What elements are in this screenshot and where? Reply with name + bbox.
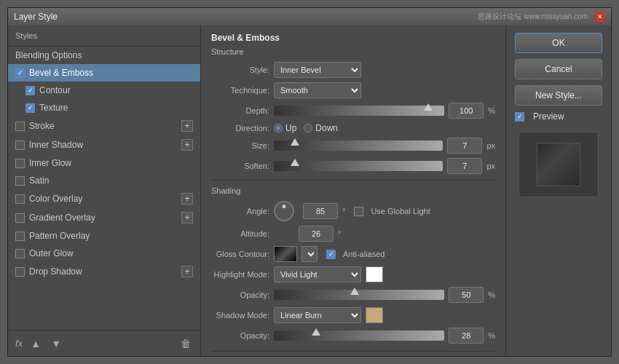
color-overlay-plus-btn[interactable]: + <box>181 193 193 205</box>
inner-shadow-checkbox[interactable] <box>15 141 25 150</box>
shadow-opacity-row: Opacity: % <box>211 328 495 344</box>
direction-down-radio[interactable]: Down <box>304 123 338 133</box>
soften-slider[interactable] <box>274 161 443 171</box>
shading-subtitle: Shading <box>211 186 495 195</box>
size-input[interactable] <box>447 138 482 154</box>
inner-glow-checkbox[interactable] <box>15 159 25 168</box>
move-down-button[interactable]: ▼ <box>49 336 63 351</box>
sidebar-item-outer-glow[interactable]: Outer Glow <box>8 245 200 262</box>
sidebar-item-blending-options[interactable]: Blending Options <box>8 47 200 64</box>
ok-button[interactable]: OK <box>515 33 602 53</box>
sidebar-item-texture[interactable]: Texture <box>8 99 200 116</box>
shadow-mode-select[interactable]: Linear Burn Normal Multiply Color Burn <box>274 307 361 323</box>
new-style-button[interactable]: New Style... <box>515 85 602 106</box>
gradient-overlay-plus-btn[interactable]: + <box>181 212 193 223</box>
close-button[interactable]: ✕ <box>595 12 605 22</box>
gradient-overlay-checkbox[interactable] <box>15 213 25 223</box>
satin-checkbox[interactable] <box>15 176 25 186</box>
altitude-input[interactable] <box>299 226 334 242</box>
use-global-light-checkbox[interactable] <box>354 207 363 216</box>
size-slider[interactable] <box>274 141 443 151</box>
direction-up-radio[interactable]: Up <box>274 123 296 133</box>
altitude-unit: ° <box>338 229 341 238</box>
style-select[interactable]: Inner Bevel Outer Bevel Emboss Pillow Em… <box>274 62 361 78</box>
size-label: Size: <box>211 141 269 150</box>
contour-checkbox[interactable] <box>25 86 35 95</box>
direction-label: Direction: <box>211 124 269 132</box>
technique-row: Technique: Smooth Chisel Hard Chisel Sof… <box>211 82 495 98</box>
inner-shadow-plus-btn[interactable]: + <box>181 139 193 151</box>
depth-input[interactable] <box>449 103 484 119</box>
sidebar-item-pattern-overlay[interactable]: Pattern Overlay <box>8 227 200 245</box>
anti-aliased-label: Anti-aliased <box>343 250 385 258</box>
stroke-checkbox[interactable] <box>15 122 25 131</box>
soften-unit: px <box>486 162 495 170</box>
shadow-opacity-unit: % <box>488 331 495 340</box>
highlight-mode-select[interactable]: Vivid Light Normal Screen Overlay <box>274 266 361 282</box>
preview-checkbox[interactable] <box>515 112 524 122</box>
angle-wheel[interactable] <box>274 201 294 221</box>
sidebar-item-drop-shadow[interactable]: Drop Shadow + <box>8 262 200 281</box>
sidebar-item-bevel-emboss[interactable]: Bevel & Emboss <box>8 64 200 82</box>
sidebar-item-gradient-overlay[interactable]: Gradient Overlay + <box>8 208 200 227</box>
depth-slider[interactable] <box>274 106 444 116</box>
highlight-opacity-slider[interactable] <box>274 290 444 300</box>
shadow-mode-label: Shadow Mode: <box>211 311 269 320</box>
highlight-opacity-input[interactable] <box>449 287 484 303</box>
shadow-opacity-input[interactable] <box>449 328 484 344</box>
altitude-label: Altitude: <box>211 229 269 238</box>
pattern-overlay-label: Pattern Overlay <box>29 231 90 241</box>
shading-section: Shading Angle: ° Use Global Light <box>211 186 495 344</box>
sidebar-item-inner-glow[interactable]: Inner Glow <box>8 154 200 172</box>
drop-shadow-plus-btn[interactable]: + <box>181 266 193 277</box>
window-title: Layer Style <box>14 12 58 22</box>
gloss-contour-select[interactable]: ▼ <box>301 246 318 262</box>
highlight-mode-label: Highlight Mode: <box>211 270 269 279</box>
satin-label: Satin <box>29 175 49 186</box>
direction-up-radio-circle <box>274 124 283 132</box>
sidebar-item-inner-shadow[interactable]: Inner Shadow + <box>8 135 200 154</box>
layer-list: Blending Options Bevel & Emboss Contour … <box>8 47 200 330</box>
shadow-opacity-slider[interactable] <box>274 331 444 341</box>
delete-button[interactable]: 🗑 <box>178 336 193 351</box>
sidebar-item-contour[interactable]: Contour <box>8 82 200 99</box>
sidebar-item-satin[interactable]: Satin <box>8 172 200 189</box>
sidebar-item-color-overlay[interactable]: Color Overlay + <box>8 189 200 208</box>
outer-glow-checkbox[interactable] <box>15 249 25 258</box>
cancel-button[interactable]: Cancel <box>515 59 602 79</box>
pattern-overlay-checkbox[interactable] <box>15 232 25 241</box>
texture-checkbox[interactable] <box>25 103 35 113</box>
move-up-button[interactable]: ▲ <box>28 336 43 351</box>
direction-down-label: Down <box>315 123 338 133</box>
depth-label: Depth: <box>211 106 269 115</box>
texture-label: Texture <box>39 103 68 113</box>
gloss-contour-preview[interactable] <box>274 246 297 262</box>
styles-header: Styles <box>8 25 200 47</box>
preview-checkbox-row: Preview <box>515 111 602 122</box>
divider-1 <box>211 180 495 181</box>
shadow-color-swatch[interactable] <box>366 307 383 323</box>
anti-aliased-checkbox[interactable] <box>326 250 336 259</box>
direction-up-label: Up <box>285 123 296 133</box>
angle-input[interactable] <box>303 203 338 219</box>
color-overlay-checkbox[interactable] <box>15 194 25 204</box>
technique-select[interactable]: Smooth Chisel Hard Chisel Soft <box>274 82 361 98</box>
use-global-light-group[interactable]: Use Global Light <box>354 207 430 216</box>
altitude-row: Altitude: ° <box>211 226 495 242</box>
anti-aliased-group[interactable]: Anti-aliased <box>326 250 385 259</box>
use-global-light-label: Use Global Light <box>371 207 430 215</box>
sidebar-item-stroke[interactable]: Stroke + <box>8 116 200 135</box>
style-label: Style: <box>211 66 269 74</box>
layer-style-window: Layer Style 思路设计论坛 www.missyuan.com ✕ St… <box>7 7 612 357</box>
bevel-emboss-checkbox[interactable] <box>15 68 25 78</box>
bevel-emboss-label: Bevel & Emboss <box>29 68 93 78</box>
technique-label: Technique: <box>211 86 269 95</box>
soften-row: Soften: px <box>211 158 495 174</box>
drop-shadow-checkbox[interactable] <box>15 267 25 277</box>
highlight-color-swatch[interactable] <box>366 266 383 282</box>
soften-input[interactable] <box>447 158 482 174</box>
soften-label: Soften: <box>211 162 269 170</box>
angle-row: Angle: ° Use Global Light <box>211 201 495 221</box>
stroke-plus-btn[interactable]: + <box>181 120 193 132</box>
shadow-opacity-thumb <box>312 328 320 336</box>
